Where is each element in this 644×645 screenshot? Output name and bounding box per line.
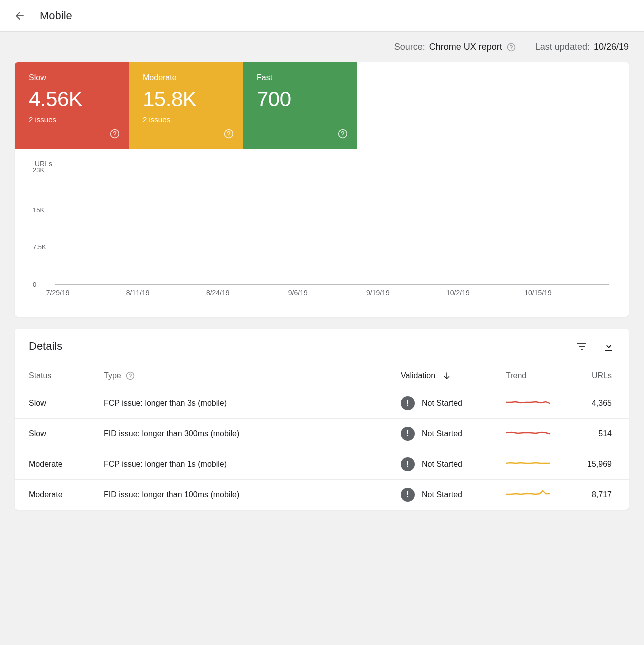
x-axis: 7/29/198/11/198/24/199/6/199/19/1910/2/1… <box>55 289 609 300</box>
status-card-moderate[interactable]: Moderate 15.8K 2 issues <box>129 62 243 149</box>
row-type: FID issue: longer than 300ms (mobile) <box>90 419 387 450</box>
x-tick-label: 9/19/19 <box>366 289 390 297</box>
table-row[interactable]: SlowFCP issue: longer than 3s (mobile)!N… <box>15 388 629 419</box>
download-button[interactable] <box>603 340 615 352</box>
row-status: Slow <box>15 388 90 419</box>
grid-line <box>55 247 609 248</box>
trend-sparkline <box>506 427 550 439</box>
row-validation: !Not Started <box>387 388 492 419</box>
row-trend <box>492 450 564 480</box>
svg-point-5 <box>225 130 234 138</box>
row-type: FCP issue: longer than 3s (mobile) <box>90 388 387 419</box>
table-row[interactable]: ModerateFID issue: longer than 100ms (mo… <box>15 480 629 510</box>
status-value: 15.8K <box>143 88 229 112</box>
help-icon[interactable] <box>338 129 348 141</box>
svg-point-6 <box>228 136 229 136</box>
svg-point-3 <box>111 130 120 138</box>
row-urls: 4,365 <box>564 388 629 419</box>
x-tick-label: 10/2/19 <box>446 289 470 297</box>
overview-card: Slow 4.56K 2 issues Moderate 15.8K 2 iss… <box>15 62 629 317</box>
row-validation: !Not Started <box>387 450 492 480</box>
not-started-icon: ! <box>401 427 415 441</box>
row-urls: 514 <box>564 419 629 450</box>
y-tick-label: 7.5K <box>33 244 46 251</box>
row-type: FID issue: longer than 100ms (mobile) <box>90 480 387 510</box>
svg-point-10 <box>130 378 130 378</box>
col-urls[interactable]: URLs <box>564 364 629 388</box>
row-validation: !Not Started <box>387 419 492 450</box>
updated-label: Last updated: <box>536 42 590 52</box>
source-label: Source: <box>394 42 426 52</box>
table-row[interactable]: SlowFID issue: longer than 300ms (mobile… <box>15 419 629 450</box>
svg-point-7 <box>339 130 348 138</box>
row-status: Slow <box>15 419 90 450</box>
status-value: 4.56K <box>29 88 115 112</box>
status-card-fast[interactable]: Fast 700 <box>243 62 357 149</box>
status-label: Slow <box>29 74 115 82</box>
status-card-slow[interactable]: Slow 4.56K 2 issues <box>15 62 129 149</box>
y-axis-label: URLs <box>35 160 609 168</box>
help-icon[interactable] <box>126 371 136 381</box>
status-value: 700 <box>257 88 343 112</box>
help-icon[interactable] <box>506 42 516 52</box>
y-tick-label: 15K <box>33 206 44 214</box>
trend-sparkline <box>506 396 550 408</box>
row-trend <box>492 480 564 510</box>
row-status: Moderate <box>15 480 90 510</box>
trend-sparkline <box>506 458 550 470</box>
col-type[interactable]: Type <box>90 364 387 388</box>
status-row: Slow 4.56K 2 issues Moderate 15.8K 2 iss… <box>15 62 629 149</box>
filter-button[interactable] <box>576 340 588 352</box>
col-status[interactable]: Status <box>15 364 90 388</box>
x-tick-label: 9/6/19 <box>288 289 308 297</box>
svg-point-4 <box>114 136 115 136</box>
row-urls: 15,969 <box>564 450 629 480</box>
row-urls: 8,717 <box>564 480 629 510</box>
not-started-icon: ! <box>401 488 415 502</box>
status-label: Moderate <box>143 74 229 82</box>
row-trend <box>492 388 564 419</box>
svg-point-9 <box>126 372 134 380</box>
page-title: Mobile <box>40 10 72 22</box>
chart: URLs 07.5K15K23K 7/29/198/11/198/24/199/… <box>15 149 629 317</box>
x-tick-label: 8/11/19 <box>126 289 150 297</box>
y-tick-label: 0 <box>33 281 36 288</box>
row-status: Moderate <box>15 450 90 480</box>
download-icon <box>603 340 615 352</box>
col-validation[interactable]: Validation <box>387 364 492 388</box>
svg-point-8 <box>342 136 343 136</box>
status-issues: 2 issues <box>143 116 229 124</box>
row-trend <box>492 419 564 450</box>
x-tick-label: 10/15/19 <box>524 289 552 297</box>
status-issues: 2 issues <box>29 116 115 124</box>
y-tick-label: 23K <box>33 166 44 174</box>
help-icon[interactable] <box>110 129 120 141</box>
grid-line <box>55 210 609 210</box>
filter-icon <box>576 340 588 352</box>
table-row[interactable]: ModerateFCP issue: longer than 1s (mobil… <box>15 450 629 480</box>
row-type: FCP issue: longer than 1s (mobile) <box>90 450 387 480</box>
grid-line <box>55 170 609 170</box>
topbar: Mobile <box>0 0 644 32</box>
source-value: Chrome UX report <box>430 42 502 52</box>
svg-point-1 <box>508 44 515 51</box>
details-table: Status Type Validation <box>15 364 629 510</box>
col-trend[interactable]: Trend <box>492 364 564 388</box>
back-button[interactable] <box>8 4 32 28</box>
chart-bars <box>55 170 609 284</box>
x-tick-label: 8/24/19 <box>206 289 230 297</box>
details-card: Details Status Type <box>15 329 629 510</box>
row-validation: !Not Started <box>387 480 492 510</box>
help-icon[interactable] <box>224 129 234 141</box>
updated-value: 10/26/19 <box>594 42 629 52</box>
details-title: Details <box>29 340 62 353</box>
status-label: Fast <box>257 74 343 82</box>
arrow-left-icon <box>14 10 26 22</box>
arrow-down-icon <box>442 372 452 380</box>
not-started-icon: ! <box>401 396 415 410</box>
metabar: Source: Chrome UX report Last updated: 1… <box>0 32 644 62</box>
x-tick-label: 7/29/19 <box>46 289 70 297</box>
svg-point-2 <box>511 49 512 50</box>
trend-sparkline <box>506 488 550 500</box>
not-started-icon: ! <box>401 458 415 472</box>
